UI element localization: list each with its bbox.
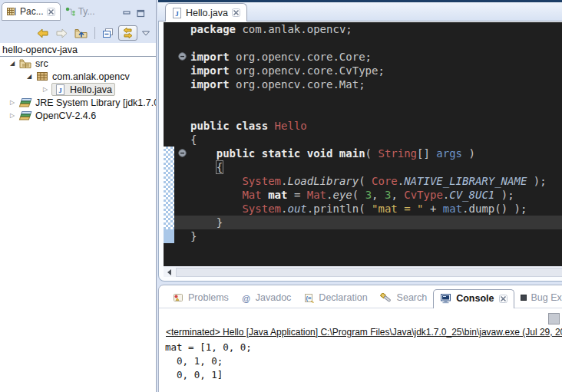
code-line[interactable]: { bbox=[164, 133, 562, 147]
code-line[interactable]: public class Hello bbox=[164, 119, 562, 133]
tree-item-label: hello-opencv-java bbox=[2, 44, 78, 55]
bottom-tab-bug-explorer[interactable]: Bug Explorer bbox=[514, 289, 562, 308]
tab-label: Ty... bbox=[78, 6, 95, 17]
tab-label: Problems bbox=[188, 292, 229, 303]
package-icon bbox=[35, 72, 49, 81]
tab-label: Bug Explorer bbox=[531, 292, 562, 303]
tree-expanded-arrow-icon[interactable]: ◢ bbox=[27, 70, 35, 83]
collapse-all-button[interactable] bbox=[101, 28, 115, 39]
package-explorer-view: Pac...Ty... hello-opencv-java◢src◢com.an… bbox=[0, 0, 157, 392]
code-line[interactable]: System.out.println( "mat = " + mat.dump(… bbox=[164, 202, 562, 216]
toolbar-separator bbox=[94, 27, 95, 39]
bottom-tab-problems[interactable]: Problems bbox=[167, 289, 235, 308]
bottom-tab-console[interactable]: Console bbox=[433, 289, 514, 308]
dropdown-icon bbox=[142, 31, 150, 36]
scroll-left-arrow-icon[interactable] bbox=[167, 269, 171, 275]
close-icon[interactable] bbox=[232, 8, 240, 17]
range-indicator bbox=[164, 229, 174, 243]
tab-label: Javadoc bbox=[256, 292, 292, 303]
code-line[interactable] bbox=[164, 36, 562, 50]
console-output[interactable]: mat = [1, 0, 0; 0, 1, 0; 0, 0, 1] bbox=[165, 341, 562, 382]
java-file-icon: J bbox=[172, 8, 182, 18]
view-tab-ty[interactable]: Ty... bbox=[61, 2, 100, 21]
code-editor[interactable]: package com.anlak.opencv;import org.open… bbox=[164, 22, 562, 266]
tree-item-jre-system-library-jdk1-7-0[interactable]: ▷JRE System Library [jdk1.7.0 bbox=[0, 96, 156, 109]
tab-label: Pac... bbox=[20, 6, 44, 17]
up-button[interactable] bbox=[73, 27, 89, 39]
code-line[interactable] bbox=[164, 105, 562, 119]
declaration-icon: (= bbox=[303, 293, 314, 303]
svg-text:J: J bbox=[58, 86, 62, 94]
library-icon bbox=[18, 111, 32, 120]
tree-item-opencv-2-4-6[interactable]: ▷OpenCV-2.4.6 bbox=[0, 109, 156, 122]
maximize-button[interactable] bbox=[137, 7, 145, 21]
scrollbar-thumb[interactable] bbox=[176, 268, 562, 277]
tab-label: Hello.java bbox=[186, 8, 228, 18]
range-indicator bbox=[164, 174, 174, 188]
code-line[interactable]: System.LoadLibrary( Core.NATIVE_LIBRARY_… bbox=[164, 174, 562, 188]
back-arrow-icon bbox=[36, 28, 49, 38]
code-line[interactable]: } bbox=[164, 216, 562, 229]
tab-label: Search bbox=[397, 292, 428, 303]
code-line[interactable] bbox=[164, 243, 562, 257]
close-icon[interactable] bbox=[499, 295, 507, 303]
code-line[interactable]: } bbox=[164, 229, 562, 243]
view-tab-pac[interactable]: Pac... bbox=[2, 2, 61, 21]
fold-minus-icon[interactable] bbox=[178, 149, 187, 157]
problems-icon bbox=[173, 293, 183, 302]
tree-expanded-arrow-icon[interactable]: ◢ bbox=[10, 57, 18, 70]
package-explorer-toolbar bbox=[0, 23, 156, 43]
forward-button[interactable] bbox=[54, 28, 70, 39]
console-view: Problems@Javadoc(=DeclarationSearchConso… bbox=[158, 285, 562, 392]
editor-frame: package com.anlak.opencv;import org.open… bbox=[158, 21, 562, 282]
code-line[interactable]: import org.opencv.core.Mat; bbox=[164, 77, 562, 91]
tree-collapsed-arrow-icon[interactable]: ▷ bbox=[43, 83, 51, 96]
tree-item-label: Hello.java bbox=[70, 84, 112, 95]
code-line[interactable] bbox=[164, 257, 562, 266]
range-indicator bbox=[164, 147, 174, 160]
view-menu-button[interactable] bbox=[140, 30, 151, 37]
bottom-tab-javadoc[interactable]: @Javadoc bbox=[235, 289, 298, 308]
editor-tab-hello-java[interactable]: JHello.java bbox=[165, 3, 247, 21]
minimize-button[interactable] bbox=[123, 7, 131, 21]
code-line[interactable] bbox=[164, 91, 562, 105]
search-icon bbox=[380, 293, 392, 303]
close-icon[interactable] bbox=[47, 8, 55, 16]
collapse-all-icon bbox=[102, 28, 114, 38]
package-explorer-tabbar: Pac...Ty... bbox=[2, 2, 154, 21]
back-button[interactable] bbox=[35, 28, 51, 39]
range-indicator bbox=[164, 188, 174, 202]
range-indicator bbox=[164, 202, 174, 216]
code-line[interactable]: public static void main( String[] args ) bbox=[164, 147, 562, 160]
tree-item-hello-opencv-java[interactable]: hello-opencv-java bbox=[0, 44, 156, 57]
tree-collapsed-arrow-icon[interactable]: ▷ bbox=[10, 96, 18, 109]
tree-collapsed-arrow-icon[interactable]: ▷ bbox=[10, 109, 18, 122]
tree-item-com-anlak-opencv[interactable]: ◢com.anlak.opencv bbox=[0, 70, 156, 83]
code-line[interactable]: package com.anlak.opencv; bbox=[164, 22, 562, 36]
link-editor-icon bbox=[121, 28, 134, 38]
console-content: <terminated> Hello [Java Application] C:… bbox=[159, 327, 562, 382]
svg-text:@: @ bbox=[242, 294, 250, 303]
code-line[interactable]: Mat mat = Mat.eye( 3, 3, CvType.CV_8UC1 … bbox=[164, 188, 562, 202]
code-line[interactable]: import org.opencv.core.CvType; bbox=[164, 64, 562, 77]
up-folder-icon bbox=[74, 28, 88, 38]
minimize-icon bbox=[123, 10, 131, 18]
bottom-tab-search[interactable]: Search bbox=[374, 289, 434, 308]
editor-horizontal-scrollbar[interactable] bbox=[164, 266, 562, 277]
tree-item-label: src bbox=[35, 58, 48, 69]
code-line[interactable]: { bbox=[164, 160, 562, 174]
tree-item-hello-java[interactable]: ▷JHello.java bbox=[0, 83, 156, 96]
console-toolbar-button[interactable] bbox=[548, 313, 560, 324]
tab-label: Declaration bbox=[319, 292, 367, 303]
bug-square-icon bbox=[521, 295, 527, 301]
code-line[interactable]: import org.opencv.core.Core; bbox=[164, 50, 562, 64]
selected-tree-item: JHello.java bbox=[51, 83, 115, 96]
link-with-editor-button[interactable] bbox=[118, 25, 137, 41]
library-icon bbox=[18, 98, 32, 107]
tree-item-label: JRE System Library [jdk1.7.0 bbox=[35, 97, 156, 108]
range-indicator bbox=[164, 216, 174, 229]
fold-minus-icon[interactable] bbox=[178, 52, 187, 61]
bottom-tab-declaration[interactable]: (=Declaration bbox=[297, 289, 373, 308]
maximize-icon bbox=[137, 9, 145, 18]
tree-item-src[interactable]: ◢src bbox=[0, 57, 156, 70]
